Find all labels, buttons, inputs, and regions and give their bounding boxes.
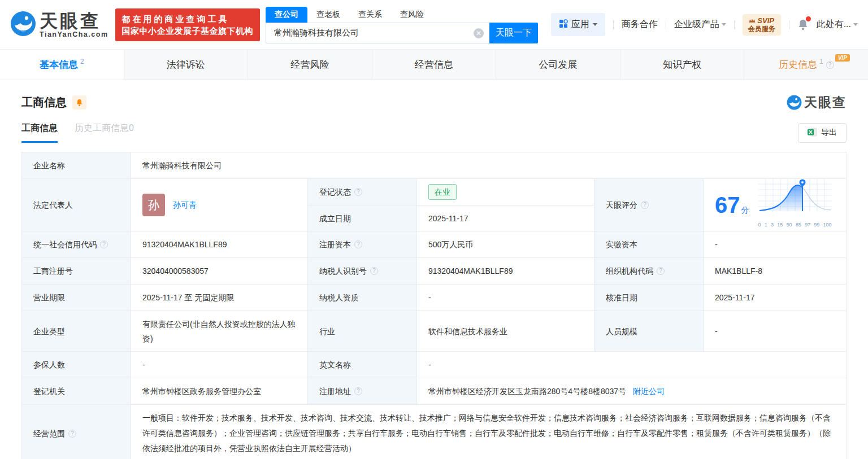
enterprise-products-link[interactable]: 企业级产品 xyxy=(674,19,726,30)
search-button[interactable]: 天眼一下 xyxy=(489,23,538,43)
excel-icon xyxy=(808,128,817,138)
reg-authority-label: 登记机关 xyxy=(22,378,131,405)
tab-basic-info[interactable]: 基本信息 2 xyxy=(0,50,124,80)
score-label: 天眼评分 ? xyxy=(594,179,704,231)
approval-date-label: 核准日期 xyxy=(594,285,704,311)
apps-label: 应用 xyxy=(571,19,589,30)
tab-company-development[interactable]: 公司发展 xyxy=(496,50,620,80)
company-name-label: 企业名称 xyxy=(22,152,131,179)
promo-line1: 都在用的商业查询工具 xyxy=(122,13,254,25)
help-icon[interactable]: ? xyxy=(657,267,665,275)
reg-address-value: 常州市钟楼区经济开发区玉龙南路280号4号楼8楼8037号 附近公司 xyxy=(417,378,846,405)
monitor-bell-button[interactable] xyxy=(72,95,86,110)
reg-number-label: 工商注册号 xyxy=(22,258,131,285)
legal-rep-avatar[interactable]: 孙 xyxy=(142,194,165,216)
taxpayer-qualification-value: - xyxy=(417,285,594,311)
insured-count-value: - xyxy=(131,352,308,378)
reg-status-value: 在业 xyxy=(417,179,594,206)
divider xyxy=(666,20,666,29)
promo-line2: 国家中小企业发展子基金旗下机构 xyxy=(122,25,254,37)
reg-capital-value: 500万人民币 xyxy=(417,231,594,258)
business-term-label: 营业期限 xyxy=(22,285,131,311)
app-grid-icon xyxy=(559,19,568,30)
divider xyxy=(613,20,614,29)
legal-rep-value: 孙 孙可青 xyxy=(131,179,308,231)
taxpayer-id-label: 纳税人识别号? xyxy=(308,258,417,285)
industry-label: 行业 xyxy=(308,311,417,352)
clear-search-icon[interactable]: ✕ xyxy=(474,28,484,38)
taxpayer-qualification-label: 纳税人资质 xyxy=(308,285,417,311)
divider xyxy=(789,20,789,29)
english-name-value: - xyxy=(417,352,846,378)
apps-button[interactable]: 应用 xyxy=(551,13,605,36)
help-icon[interactable]: ? xyxy=(354,188,362,196)
search-tab-boss[interactable]: 查老板 xyxy=(307,7,349,23)
help-icon[interactable]: ? xyxy=(354,241,362,248)
watermark-text: 天眼查 xyxy=(804,94,847,111)
legal-rep-link[interactable]: 孙可青 xyxy=(173,198,197,212)
search-tab-relation[interactable]: 查关系 xyxy=(349,7,391,23)
watermark-logo: 天眼查 xyxy=(787,94,847,111)
tab-history-info[interactable]: VIP 历史信息 1 ? xyxy=(744,50,868,80)
search-area: 查公司 查老板 查关系 查风险 ✕ 天眼一下 xyxy=(266,6,538,43)
logo-domain: TianYanCha.com xyxy=(40,30,108,38)
search-tabs: 查公司 查老板 查关系 查风险 xyxy=(266,6,538,23)
search-input[interactable] xyxy=(274,28,474,38)
establish-date-label: 成立日期 xyxy=(308,206,417,231)
user-menu[interactable]: 此处有... xyxy=(817,19,858,30)
search-tab-risk[interactable]: 查风险 xyxy=(391,7,433,23)
subtab-business-registration[interactable]: 工商信息 xyxy=(21,123,58,143)
nearby-companies-link[interactable]: 附近公司 xyxy=(633,384,665,398)
tianyancha-logo[interactable]: 天眼查 TianYanCha.com xyxy=(10,11,108,39)
tab-count: 2 xyxy=(80,58,84,65)
tab-intellectual-property[interactable]: 知识产权 xyxy=(620,50,745,80)
tianyancha-logo-icon xyxy=(10,11,36,39)
top-header: 天眼查 TianYanCha.com 都在用的商业查询工具 国家中小企业发展子基… xyxy=(0,0,868,50)
company-name-value: 常州瀚骑科技有限公司 xyxy=(131,152,846,179)
credit-code-label: 统一社会信用代码? xyxy=(22,231,131,258)
reg-address-label: 注册地址? xyxy=(308,378,417,405)
tab-business-info[interactable]: 经营信息 xyxy=(372,50,497,80)
status-badge: 在业 xyxy=(428,184,457,200)
help-icon[interactable]: ? xyxy=(68,430,76,438)
reg-number-value: 320404000583057 xyxy=(131,258,308,285)
promo-banner: 都在用的商业查询工具 国家中小企业发展子基金旗下机构 xyxy=(115,8,261,41)
divider xyxy=(734,20,735,29)
search-input-box: ✕ xyxy=(266,23,489,43)
business-scope-label: 经营范围? xyxy=(22,405,131,459)
paid-capital-value: - xyxy=(704,231,846,258)
help-icon[interactable]: ? xyxy=(354,387,362,395)
business-scope-value: 一般项目：软件开发；技术服务、技术开发、技术咨询、技术交流、技术转让、技术推广；… xyxy=(131,405,846,459)
notification-dot xyxy=(806,16,811,21)
score-chart-axis: 0131550859799100 xyxy=(758,218,832,231)
company-type-label: 企业类型 xyxy=(22,311,131,352)
tab-operating-risk[interactable]: 经营风险 xyxy=(248,50,372,80)
org-code-value: MAK1BLLF-8 xyxy=(704,258,846,285)
help-icon[interactable]: ? xyxy=(826,61,834,69)
chevron-down-icon xyxy=(722,23,726,26)
credit-code-value: 91320404MAK1BLLF89 xyxy=(131,231,308,258)
section-title: 工商信息 xyxy=(21,95,67,110)
insured-count-label: 参保人数 xyxy=(22,352,131,378)
help-icon[interactable]: ? xyxy=(100,241,108,248)
crown-icon xyxy=(749,16,756,25)
search-tab-company[interactable]: 查公司 xyxy=(266,7,307,23)
business-registration-table: 企业名称 常州瀚骑科技有限公司 法定代表人 孙 孙可青 登记状态 ? 在业 成立… xyxy=(21,152,847,459)
subtab-historical-registration[interactable]: 历史工商信息0 xyxy=(75,123,134,143)
help-icon[interactable]: ? xyxy=(641,201,649,209)
business-coop-link[interactable]: 商务合作 xyxy=(622,19,658,30)
english-name-label: 英文名称 xyxy=(308,352,417,378)
chevron-down-icon xyxy=(593,23,597,26)
tab-legal-proceedings[interactable]: 法律诉讼 xyxy=(124,50,249,80)
legal-rep-label: 法定代表人 xyxy=(22,179,131,231)
staff-size-value: - xyxy=(704,311,846,352)
header-right-nav: 应用 商务合作 企业级产品 SVIP 会员服务 xyxy=(551,13,858,36)
notifications-bell-button[interactable] xyxy=(797,19,809,31)
paid-capital-label: 实缴资本 xyxy=(594,231,704,258)
score-number: 67 xyxy=(715,193,740,217)
export-button[interactable]: 导出 xyxy=(798,123,847,143)
svip-member-button[interactable]: SVIP 会员服务 xyxy=(743,14,781,36)
help-icon[interactable]: ? xyxy=(370,267,378,275)
business-term-value: 2025-11-17 至 无固定期限 xyxy=(131,285,308,311)
org-code-label: 组织机构代码? xyxy=(594,258,704,285)
